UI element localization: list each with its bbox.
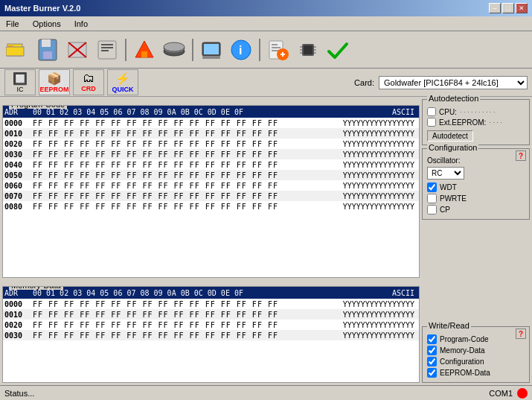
- svg-rect-35: [314, 46, 316, 48]
- svg-rect-25: [272, 47, 281, 48]
- svg-rect-36: [314, 49, 316, 51]
- wdt-label: WDT: [440, 183, 457, 191]
- wr-eeprom-data-checkbox[interactable]: [427, 368, 437, 378]
- quick-tab[interactable]: ⚡ QUICK: [107, 69, 138, 95]
- com-indicator: [517, 388, 528, 399]
- pc-header-bytes: 00 01 02 03 04 05 06 07 08 09 0A 0B 0C 0…: [33, 108, 336, 116]
- wr-program-code-checkbox[interactable]: [427, 334, 437, 344]
- svg-rect-4: [42, 39, 51, 47]
- pc-row-0010: 0010 FF FF FF FF FF FF FF FF FF FF FF FF…: [3, 128, 419, 139]
- svg-rect-12: [101, 50, 109, 51]
- card-label: Card:: [354, 78, 374, 87]
- svg-rect-2: [6, 47, 24, 56]
- open-file-btn[interactable]: [4, 36, 32, 64]
- svg-rect-29: [282, 52, 283, 57]
- com-label: COM1: [489, 389, 513, 398]
- tab-group: 🔲 IC 📦 EEPROM 🗂 CRD ⚡ QUICK: [4, 69, 138, 95]
- wr-configuration-checkbox[interactable]: [427, 357, 437, 366]
- wr-memory-data-checkbox[interactable]: [427, 346, 437, 355]
- wr-configuration-row: Configuration: [427, 357, 525, 366]
- status-bar: Status... COM1: [0, 385, 532, 400]
- menu-info[interactable]: Info: [71, 19, 91, 29]
- autodetection-title: Autodetection: [427, 94, 480, 103]
- memory-data-title: Memory-Data: [9, 286, 63, 290]
- maximize-button[interactable]: □: [502, 3, 514, 13]
- wdt-checkbox[interactable]: [427, 182, 437, 192]
- checkmark-btn[interactable]: [324, 36, 352, 64]
- cp-row: CP: [427, 205, 525, 215]
- cpu-checkbox[interactable]: [427, 107, 436, 116]
- pwrte-label: PWRTE: [440, 194, 467, 203]
- close-button[interactable]: ✕: [516, 3, 528, 13]
- cp-label: CP: [440, 206, 450, 214]
- save-file-btn[interactable]: [33, 36, 62, 64]
- toolbar-separator-2: [192, 39, 193, 61]
- erase-btn[interactable]: [63, 36, 92, 64]
- info-btn[interactable]: i: [227, 36, 255, 64]
- crd-tab[interactable]: 🗂 CRD: [73, 69, 104, 95]
- eeprom-tab[interactable]: 📦 EEPROM: [39, 69, 70, 95]
- menu-options[interactable]: Options: [30, 19, 64, 29]
- eeprom-label: Ext.EEPROM:: [439, 118, 486, 127]
- svg-rect-10: [101, 44, 113, 45]
- write-read-help-button[interactable]: ?: [516, 328, 526, 339]
- card-row: 🔲 IC 📦 EEPROM 🗂 CRD ⚡ QUICK Card: Goldwa…: [0, 69, 532, 97]
- md-header-bytes: 00 01 02 03 04 05 06 07 08 09 0A 0B 0C 0…: [33, 289, 336, 297]
- pc-row-0030: 0030 FF FF FF FF FF FF FF FF FF FF FF FF…: [3, 149, 419, 159]
- chip-btn[interactable]: [294, 36, 322, 64]
- wr-eeprom-data-row: EEPROM-Data: [427, 368, 525, 378]
- title-bar: Master Burner V.2.0 – □ ✕: [0, 0, 532, 16]
- pc-row-0060: 0060 FF FF FF FF FF FF FF FF FF FF FF FF…: [3, 180, 419, 191]
- md-header-adr: ADR: [4, 289, 33, 297]
- svg-rect-31: [304, 45, 313, 54]
- wr-program-code-row: Program-Code: [427, 334, 525, 344]
- config-help-button[interactable]: ?: [516, 150, 526, 161]
- pwrte-checkbox[interactable]: [427, 194, 437, 203]
- oscillator-row: Oscillator:: [427, 156, 525, 165]
- autodetection-group: Autodetection CPU: · · · · · · · · · · E…: [422, 99, 530, 145]
- write-read-title: Write/Read: [427, 321, 471, 330]
- program-code-body[interactable]: 0000 FF FF FF FF FF FF FF FF FF FF FF FF…: [3, 118, 419, 277]
- md-row-0010: 0010 FF FF FF FF FF FF FF FF FF FF FF FF…: [3, 309, 419, 320]
- card-select[interactable]: Goldwafer [PIC16F84 + 24lc16]: [379, 76, 528, 89]
- eeprom-row: Ext.EEPROM: · · · ·: [427, 118, 525, 127]
- oscillator-label: Oscillator:: [427, 156, 460, 165]
- wr-eeprom-data-label: EEPROM-Data: [440, 369, 490, 377]
- save2-btn[interactable]: [160, 36, 188, 64]
- svg-text:i: i: [239, 44, 242, 57]
- read-btn[interactable]: [197, 36, 225, 64]
- md-row-0030: 0030 FF FF FF FF FF FF FF FF FF FF FF FF…: [3, 330, 419, 340]
- memory-data-header: ADR 00 01 02 03 04 05 06 07 08 09 0A 0B …: [3, 287, 419, 299]
- program-code-group: Program-Code ADR 00 01 02 03 04 05 06 07…: [2, 105, 420, 278]
- pc-row-0000: 0000 FF FF FF FF FF FF FF FF FF FF FF FF…: [3, 118, 419, 128]
- program-code-title: Program-Code: [9, 105, 67, 109]
- eeprom-autodetect-checkbox[interactable]: [427, 118, 436, 127]
- md-header-ascii: ASCII: [336, 289, 417, 297]
- menu-file[interactable]: File: [3, 19, 22, 29]
- cp-checkbox[interactable]: [427, 205, 437, 215]
- oscillator-select[interactable]: RC XT HS LP: [427, 167, 464, 180]
- left-panel: Program-Code ADR 00 01 02 03 04 05 06 07…: [2, 99, 420, 383]
- memory-data-body[interactable]: 0000 FF FF FF FF FF FF FF FF FF FF FF FF…: [3, 299, 419, 382]
- program-btn[interactable]: [130, 36, 158, 64]
- svg-rect-33: [300, 49, 302, 51]
- wr-program-code-label: Program-Code: [440, 335, 489, 343]
- svg-rect-32: [300, 46, 302, 48]
- svg-rect-14: [141, 51, 147, 57]
- svg-point-17: [164, 42, 185, 51]
- menu-bar: File Options Info: [0, 16, 532, 31]
- md-row-0000: 0000 FF FF FF FF FF FF FF FF FF FF FF FF…: [3, 299, 419, 309]
- svg-rect-19: [204, 44, 219, 54]
- pc-row-0070: 0070 FF FF FF FF FF FF FF FF FF FF FF FF…: [3, 191, 419, 201]
- verify-btn[interactable]: [264, 36, 292, 64]
- autodetect-button[interactable]: Autodetect: [427, 130, 473, 142]
- pc-header-ascii: ASCII: [336, 108, 417, 116]
- pc-row-0080: 0080 FF FF FF FF FF FF FF FF FF FF FF FF…: [3, 201, 419, 212]
- minimize-button[interactable]: –: [489, 3, 501, 13]
- toolbar: i: [0, 31, 532, 69]
- unknown1-btn[interactable]: [93, 36, 121, 64]
- configuration-group: Configuration ? Oscillator: RC XT HS LP …: [422, 148, 530, 220]
- ic-tab[interactable]: 🔲 IC: [4, 69, 36, 95]
- cpu-label: CPU:: [439, 108, 457, 116]
- pwrte-row: PWRTE: [427, 194, 525, 203]
